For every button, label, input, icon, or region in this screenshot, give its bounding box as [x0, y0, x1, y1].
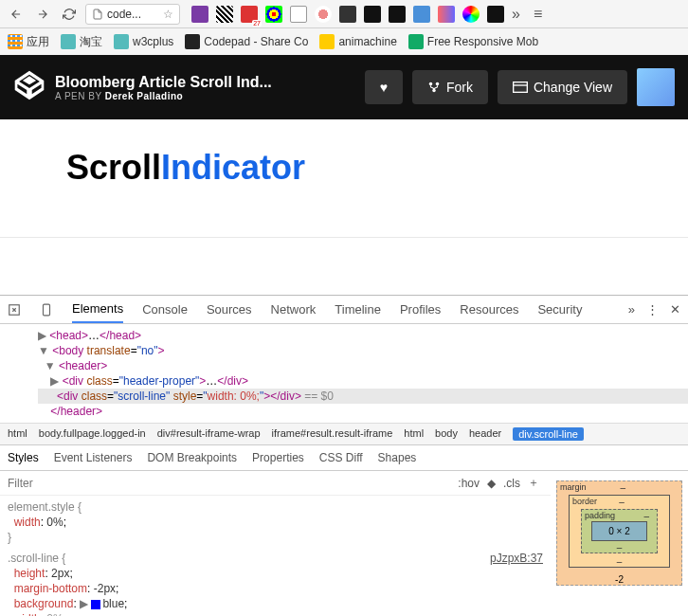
ext-icon[interactable] — [265, 6, 282, 23]
tab-shapes[interactable]: Shapes — [378, 451, 417, 464]
filter-input[interactable] — [8, 477, 454, 490]
crumb[interactable]: iframe#result.result-iframe — [272, 427, 393, 441]
extension-icons: » ≡ — [191, 6, 542, 23]
ext-icon[interactable] — [315, 6, 332, 23]
breadcrumb: html body.fullpage.logged-in div#result-… — [0, 424, 688, 445]
ext-icon[interactable] — [364, 6, 381, 23]
author-link[interactable]: Derek Palladino — [105, 91, 184, 101]
color-swatch[interactable] — [91, 600, 100, 609]
add-rule-icon[interactable]: ＋ — [524, 475, 543, 491]
reload-button[interactable] — [59, 4, 80, 25]
source-link[interactable]: pJzpxB:37 — [490, 551, 543, 566]
folder-icon — [114, 34, 129, 49]
devtools-menu-icon[interactable]: ⋮ — [646, 302, 659, 317]
menu-icon[interactable]: ≡ — [534, 6, 542, 23]
page-content: ScrollIndicator — [0, 119, 688, 238]
diamond-icon[interactable]: ◆ — [483, 477, 499, 490]
fork-icon — [427, 81, 441, 94]
folder-icon — [61, 34, 76, 49]
bookmark-free-responsive[interactable]: Free Responsive Mob — [408, 34, 538, 49]
tab-cssdiff[interactable]: CSS Diff — [319, 451, 363, 464]
close-devtools-icon[interactable]: ✕ — [670, 302, 680, 317]
styles-tabs: Styles Event Listeners DOM Breakpoints P… — [0, 445, 688, 471]
ext-icon[interactable] — [462, 6, 480, 23]
tab-dom-breakpoints[interactable]: DOM Breakpoints — [147, 451, 237, 464]
inspect-icon[interactable] — [8, 303, 21, 317]
apps-icon — [8, 34, 23, 49]
crumb[interactable]: body.fullpage.logged-in — [39, 427, 146, 441]
tab-security[interactable]: Security — [537, 297, 582, 322]
box-model: margin – border – padding– 0 × 2 – – -2 — [551, 471, 688, 616]
tab-elements[interactable]: Elements — [72, 296, 123, 323]
devtools: Elements Console Sources Network Timelin… — [0, 295, 688, 616]
site-icon — [408, 34, 424, 49]
tab-console[interactable]: Console — [142, 297, 188, 322]
forward-button[interactable] — [32, 4, 53, 25]
hov-toggle[interactable]: :hov — [454, 477, 483, 490]
layout-icon — [513, 82, 528, 93]
site-icon — [319, 34, 335, 49]
page-icon — [92, 9, 103, 20]
tab-timeline[interactable]: Timeline — [335, 297, 381, 322]
user-avatar[interactable] — [637, 68, 675, 106]
gmail-icon[interactable] — [241, 6, 258, 23]
devtools-tabs: Elements Console Sources Network Timelin… — [0, 296, 688, 324]
star-icon[interactable]: ☆ — [163, 8, 173, 21]
bookmark-animachine[interactable]: animachine — [319, 34, 396, 49]
cls-toggle[interactable]: .cls — [499, 477, 524, 490]
codepen-logo[interactable] — [13, 69, 45, 105]
tab-resources[interactable]: Resources — [460, 297, 518, 322]
url-bar[interactable]: code... ☆ — [85, 4, 180, 25]
bookmark-apps[interactable]: 应用 — [8, 34, 49, 50]
crumb[interactable]: html — [404, 427, 424, 441]
bookmarks-bar: 应用 淘宝 w3cplus Codepad - Share Co animach… — [0, 28, 688, 55]
crumb[interactable]: body — [435, 427, 458, 441]
page-heading: ScrollIndicator — [66, 148, 622, 188]
back-button[interactable] — [6, 4, 27, 25]
css-rules[interactable]: element.style { width: 0%; } .scroll-lin… — [0, 496, 551, 616]
filter-row: :hov ◆ .cls ＋ — [0, 471, 551, 496]
tab-styles[interactable]: Styles — [8, 451, 39, 464]
ext-icon[interactable] — [413, 6, 430, 23]
pen-title: Bloomberg Article Scroll Ind... — [55, 74, 355, 91]
bookmark-w3cplus[interactable]: w3cplus — [114, 34, 173, 49]
url-text: code... — [107, 8, 141, 21]
ext-icon[interactable] — [216, 6, 233, 23]
pen-byline: A PEN BY Derek Palladino — [55, 91, 355, 101]
svg-rect-3 — [514, 82, 528, 93]
ext-icon[interactable] — [191, 6, 208, 23]
crumb-selected[interactable]: div.scroll-line — [513, 427, 584, 441]
ext-icon[interactable] — [290, 6, 307, 23]
site-icon — [185, 34, 200, 49]
bookmark-codepad[interactable]: Codepad - Share Co — [185, 34, 308, 49]
svg-rect-6 — [44, 304, 50, 316]
dom-tree[interactable]: ▶ <head>…</head> ▼ <body translate="no">… — [0, 324, 688, 424]
ext-icon[interactable] — [339, 6, 356, 23]
tab-properties[interactable]: Properties — [252, 451, 304, 464]
browser-toolbar: code... ☆ » ≡ — [0, 0, 688, 28]
ext-icon[interactable] — [487, 6, 504, 23]
tab-listeners[interactable]: Event Listeners — [54, 451, 133, 464]
chevron-down-icon[interactable]: » — [512, 6, 520, 23]
svg-point-1 — [436, 82, 440, 86]
svg-point-0 — [429, 82, 433, 86]
bookmark-taobao[interactable]: 淘宝 — [61, 34, 102, 50]
crumb[interactable]: header — [469, 427, 501, 441]
styles-body: :hov ◆ .cls ＋ element.style { width: 0%;… — [0, 471, 688, 616]
ext-icon[interactable] — [389, 6, 406, 23]
pen-title-block: Bloomberg Article Scroll Ind... A PEN BY… — [55, 74, 355, 101]
tab-profiles[interactable]: Profiles — [400, 297, 441, 322]
crumb[interactable]: div#result-iframe-wrap — [157, 427, 261, 441]
tab-network[interactable]: Network — [271, 297, 317, 322]
more-tabs-icon[interactable]: » — [628, 302, 635, 317]
fork-button[interactable]: Fork — [412, 70, 488, 104]
box-content: 0 × 2 — [591, 521, 647, 541]
tab-sources[interactable]: Sources — [207, 297, 252, 322]
heart-button[interactable]: ♥ — [365, 70, 403, 104]
heart-icon: ♥ — [380, 80, 388, 95]
change-view-button[interactable]: Change View — [498, 70, 627, 104]
ext-icon[interactable] — [438, 6, 455, 23]
crumb[interactable]: html — [8, 427, 27, 441]
selected-dom-node[interactable]: <div class="scroll-line" style="width: 0… — [38, 389, 688, 404]
device-icon[interactable] — [40, 303, 53, 317]
